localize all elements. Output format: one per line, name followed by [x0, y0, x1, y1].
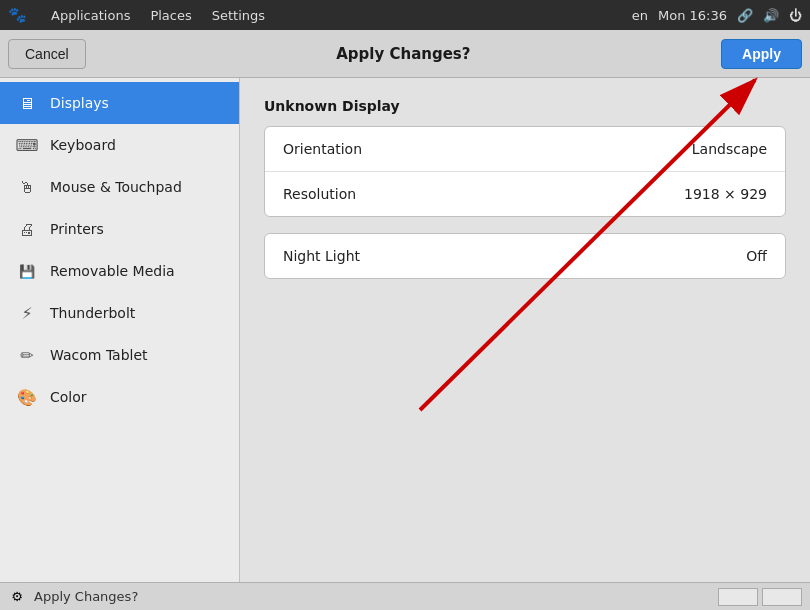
menu-places[interactable]: Places [142, 6, 199, 25]
resolution-row: Resolution 1918 × 929 [265, 172, 785, 216]
apply-button[interactable]: Apply [721, 39, 802, 69]
sidebar-item-mouse[interactable]: 🖱 Mouse & Touchpad [0, 166, 239, 208]
wacom-icon: ✏ [16, 344, 38, 366]
content-area: 🖥 Displays ⌨ Keyboard 🖱 Mouse & Touchpad… [0, 78, 810, 610]
displays-icon: 🖥 [16, 92, 38, 114]
top-bar-right: en Mon 16:36 🔗 🔊 ⏻ [632, 8, 802, 23]
sidebar: 🖥 Displays ⌨ Keyboard 🖱 Mouse & Touchpad… [0, 78, 240, 610]
sidebar-item-thunderbolt[interactable]: ⚡ Thunderbolt [0, 292, 239, 334]
status-bar: ⚙ Apply Changes? [0, 582, 810, 610]
settings-window: Cancel Apply Changes? Apply 🖥 Displays ⌨… [0, 30, 810, 610]
keyboard-icon: ⌨ [16, 134, 38, 156]
status-box-2 [762, 588, 802, 606]
mouse-icon: 🖱 [16, 176, 38, 198]
sidebar-item-removable[interactable]: 💾 Removable Media [0, 250, 239, 292]
sidebar-label-mouse: Mouse & Touchpad [50, 179, 182, 195]
cancel-button[interactable]: Cancel [8, 39, 86, 69]
top-bar-left: 🐾 Applications Places Settings [8, 6, 273, 25]
night-light-label: Night Light [283, 248, 360, 264]
color-icon: 🎨 [16, 386, 38, 408]
display-section-title: Unknown Display [264, 98, 786, 114]
menu-settings[interactable]: Settings [204, 6, 273, 25]
sidebar-item-printers[interactable]: 🖨 Printers [0, 208, 239, 250]
resolution-label: Resolution [283, 186, 356, 202]
sidebar-item-displays[interactable]: 🖥 Displays [0, 82, 239, 124]
sidebar-label-wacom: Wacom Tablet [50, 347, 148, 363]
night-light-value: Off [746, 248, 767, 264]
sidebar-item-color[interactable]: 🎨 Color [0, 376, 239, 418]
removable-icon: 💾 [16, 260, 38, 282]
status-text: Apply Changes? [34, 589, 138, 604]
title-bar: Cancel Apply Changes? Apply [0, 30, 810, 78]
printer-icon: 🖨 [16, 218, 38, 240]
sidebar-label-printers: Printers [50, 221, 104, 237]
top-bar-menu: Applications Places Settings [43, 6, 273, 25]
sidebar-label-color: Color [50, 389, 87, 405]
sidebar-label-removable: Removable Media [50, 263, 175, 279]
sidebar-item-wacom[interactable]: ✏ Wacom Tablet [0, 334, 239, 376]
status-box-1 [718, 588, 758, 606]
menu-applications[interactable]: Applications [43, 6, 138, 25]
locale-label: en [632, 8, 648, 23]
sidebar-label-displays: Displays [50, 95, 109, 111]
orientation-value: Landscape [692, 141, 767, 157]
dialog-title: Apply Changes? [86, 45, 722, 63]
sidebar-item-keyboard[interactable]: ⌨ Keyboard [0, 124, 239, 166]
clock: Mon 16:36 [658, 8, 727, 23]
sidebar-label-thunderbolt: Thunderbolt [50, 305, 135, 321]
distro-icon: 🐾 [8, 6, 27, 24]
display-settings-card: Orientation Landscape Resolution 1918 × … [264, 126, 786, 217]
volume-icon[interactable]: 🔊 [763, 8, 779, 23]
orientation-label: Orientation [283, 141, 362, 157]
power-icon[interactable]: ⏻ [789, 8, 802, 23]
top-system-bar: 🐾 Applications Places Settings en Mon 16… [0, 0, 810, 30]
main-panel: Unknown Display Orientation Landscape Re… [240, 78, 810, 610]
orientation-row: Orientation Landscape [265, 127, 785, 172]
thunderbolt-icon: ⚡ [16, 302, 38, 324]
sidebar-label-keyboard: Keyboard [50, 137, 116, 153]
status-right-boxes [718, 588, 802, 606]
network-icon[interactable]: 🔗 [737, 8, 753, 23]
status-gear-icon: ⚙ [8, 588, 26, 606]
night-light-row: Night Light Off [265, 234, 785, 278]
resolution-value: 1918 × 929 [684, 186, 767, 202]
night-light-card: Night Light Off [264, 233, 786, 279]
